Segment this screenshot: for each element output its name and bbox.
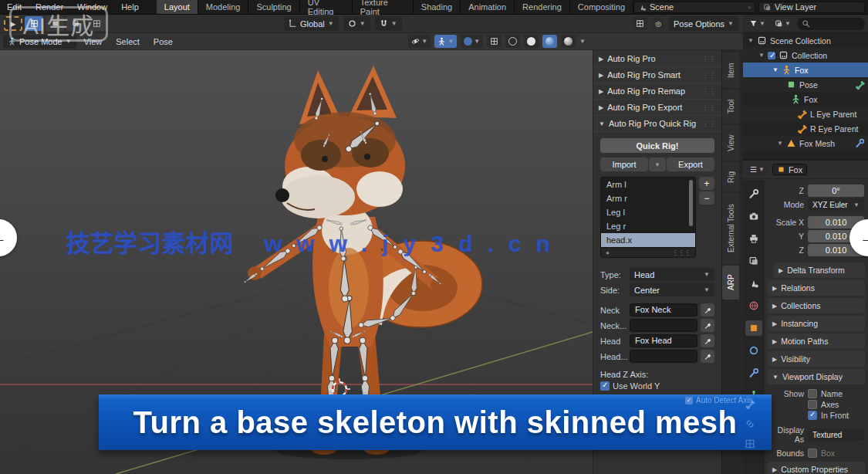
section-relations[interactable]: ▶ Relations (768, 280, 865, 296)
outliner-row-fox-data[interactable]: Fox (743, 92, 868, 107)
neck-eyedropper-button[interactable] (701, 303, 714, 317)
limb-item-selected[interactable]: head.x (601, 233, 695, 247)
neck-field[interactable]: Fox Neck (630, 303, 697, 317)
section-visibility[interactable]: ▶ Visibility (768, 351, 865, 367)
bounds-checkbox[interactable] (808, 449, 817, 458)
head-end-eyedropper-button[interactable] (701, 350, 714, 363)
remove-limb-button[interactable]: − (699, 191, 714, 205)
export-button[interactable]: Export (667, 157, 714, 171)
limb-item[interactable]: Arm l (601, 178, 695, 191)
workspace-tab-animation[interactable]: Animation (461, 0, 515, 14)
show-name-checkbox[interactable] (808, 389, 817, 398)
panel-auto-rig-pro-remap[interactable]: ▶ Auto Rig Pro Remap ⋮⋮ (593, 83, 721, 100)
tab-item[interactable]: Item (722, 52, 739, 88)
transform-orientation-dropdown[interactable]: Global ▼ (284, 16, 339, 31)
show-axes-checkbox[interactable] (808, 400, 817, 409)
outliner-display-mode-button[interactable]: ▼ (772, 17, 794, 30)
panel-auto-rig-pro-smart[interactable]: ▶ Auto Rig Pro Smart ⋮⋮ (593, 67, 721, 83)
outliner-search-input[interactable] (812, 19, 859, 28)
import-export-dropdown[interactable]: ▼ (649, 157, 666, 171)
gizmo-dropdown[interactable]: ▼ (408, 35, 431, 48)
snap-target-button[interactable]: ◎ (652, 17, 664, 30)
tool-tab[interactable] (745, 186, 762, 201)
rotation-z-field[interactable]: 0° (808, 185, 864, 197)
outliner-row-fox-mesh[interactable]: ▼ Fox Mesh (743, 136, 868, 151)
outliner-row-scene-collection[interactable]: ▼ Scene Collection (743, 33, 868, 48)
scene-tab[interactable] (745, 276, 762, 291)
modifiers-tab[interactable] (745, 365, 762, 381)
workspace-tab-modeling[interactable]: Modeling (198, 0, 249, 14)
shading-solid-button[interactable] (524, 35, 539, 48)
pivot-point-dropdown[interactable]: ▼ (343, 16, 370, 31)
panel-auto-rig-pro-quick-rig[interactable]: ▼ Auto Rig Pro Quick Rig ⋮⋮ (593, 116, 721, 132)
side-dropdown[interactable]: Center ▼ (630, 283, 714, 296)
expand-caret-icon[interactable]: ▼ (758, 52, 765, 59)
neck-last-field[interactable] (630, 319, 697, 332)
shading-wireframe-button[interactable] (505, 35, 520, 48)
panel-auto-rig-pro-export[interactable]: ▶ Auto Rig Pro Export ⋮⋮ (593, 100, 721, 116)
xray-toggle-button[interactable] (487, 35, 502, 48)
workspace-tab-uv-editing[interactable]: UV Editing (300, 0, 353, 14)
limb-list[interactable]: Arm l Arm r Leg l Leg r head.x ●⋮⋮⋮ (600, 177, 696, 258)
tab-rig[interactable]: Rig (722, 162, 739, 191)
import-button[interactable]: Import (600, 157, 648, 171)
display-as-dropdown[interactable]: Textured (808, 428, 864, 441)
tab-external-tools[interactable]: External Tools (722, 193, 739, 264)
tab-view[interactable]: View (722, 125, 739, 161)
workspace-tab-layout[interactable]: Layout (157, 0, 198, 14)
world-tab[interactable] (745, 298, 762, 313)
type-dropdown[interactable]: Head ▼ (630, 268, 714, 281)
scene-unlink-icon[interactable]: ▫ (748, 3, 751, 12)
workspace-tab-sculpting[interactable]: Sculpting (248, 0, 299, 14)
viewport-menu-pose[interactable]: Pose (147, 33, 179, 49)
outliner-row-pose[interactable]: Pose (743, 77, 868, 92)
tab-tool[interactable]: Tool (722, 90, 739, 124)
menu-help[interactable]: Help (114, 0, 146, 14)
workspace-tab-compositing[interactable]: Compositing (570, 0, 633, 14)
shading-dropdown-icon[interactable]: ▼ (579, 38, 586, 45)
panel-auto-rig-pro[interactable]: ▶ Auto Rig Pro ⋮⋮ (593, 51, 721, 67)
viewport-menu-select[interactable]: Select (110, 33, 146, 49)
in-front-checkbox[interactable] (808, 411, 817, 420)
scene-selector[interactable]: Scene ▫ (633, 2, 755, 13)
workspace-tab-shading[interactable]: Shading (414, 0, 461, 14)
head-end-field[interactable] (630, 350, 697, 363)
limb-item[interactable]: Arm r (601, 191, 695, 205)
neck-last-eyedropper-button[interactable] (701, 319, 714, 332)
grid-toggle-button[interactable] (633, 17, 647, 30)
editor-type-button[interactable]: ☰ ▼ (747, 163, 768, 176)
shading-rendered-button[interactable] (561, 35, 576, 48)
workspace-tab-rendering[interactable]: Rendering (515, 0, 570, 14)
expand-caret-icon[interactable]: ▼ (748, 37, 754, 44)
tab-arp[interactable]: ARP (722, 266, 739, 300)
object-tab[interactable] (745, 320, 762, 336)
limb-item[interactable]: Leg l (601, 205, 695, 219)
section-instancing[interactable]: ▶ Instancing (768, 316, 865, 331)
head-field[interactable]: Fox Head (630, 334, 697, 347)
head-eyedropper-button[interactable] (701, 334, 714, 347)
outliner-search[interactable] (797, 18, 865, 30)
outliner-row-fox-armature[interactable]: ▼ Fox (743, 63, 868, 77)
pose-options-dropdown[interactable]: Pose Options ▼ (669, 16, 738, 31)
rotation-mode-dropdown[interactable]: XYZ Euler ▼ (808, 198, 864, 211)
view-layer-selector[interactable]: View Layer (758, 2, 865, 13)
outliner-row-r-eye-parent[interactable]: R Eye Parent (743, 121, 868, 136)
snapping-dropdown[interactable]: ▼ (375, 16, 402, 31)
auto-detect-axis-checkbox[interactable]: ✓ (685, 397, 693, 405)
expand-caret-icon[interactable]: ▼ (772, 66, 778, 73)
section-motion-paths[interactable]: ▶ Motion Paths (768, 333, 865, 349)
outliner-row-collection[interactable]: ▼ Collection (743, 48, 868, 63)
workspace-tab-texture-paint[interactable]: Texture Paint (353, 0, 414, 14)
expand-caret-icon[interactable]: ▼ (777, 140, 783, 147)
overlays-toggle[interactable]: ▼ (434, 35, 457, 48)
collection-checkbox[interactable] (768, 52, 775, 59)
limb-list-filter-row[interactable]: ●⋮⋮⋮ (601, 247, 695, 257)
render-tab[interactable] (745, 208, 762, 224)
use-world-y-checkbox[interactable] (600, 381, 610, 391)
outliner-filter-button[interactable]: ▼ (746, 17, 768, 30)
quick-rig-button[interactable]: Quick Rig! (600, 138, 714, 153)
constraints-tab[interactable] (745, 343, 762, 358)
xray-dropdown[interactable]: ▼ (461, 35, 483, 48)
limb-item[interactable]: Leg r (601, 219, 695, 233)
limb-list-scrollbar[interactable] (689, 180, 693, 226)
